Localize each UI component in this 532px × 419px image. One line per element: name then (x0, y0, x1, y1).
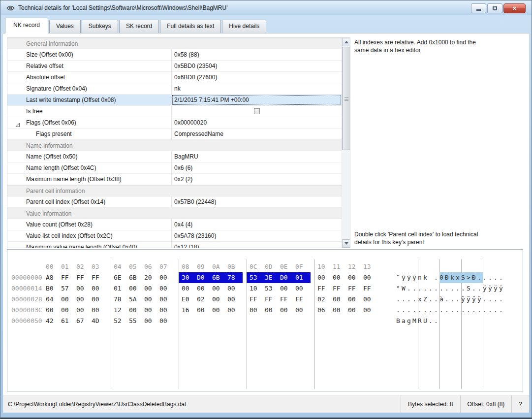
tab-hive-details[interactable]: Hive details (222, 20, 266, 33)
hex-byte[interactable]: 01 (114, 283, 129, 294)
scroll-up-button[interactable] (342, 38, 350, 46)
hex-byte[interactable]: 78 (227, 272, 243, 283)
grid-row[interactable]: Absolute offset0x6BD0 (27600) (7, 72, 342, 83)
expander-icon[interactable] (15, 120, 20, 128)
hex-byte[interactable]: 00 (159, 272, 175, 283)
ascii-group[interactable]: .... (461, 305, 483, 316)
hex-byte[interactable]: 00 (129, 305, 144, 316)
hex-byte[interactable]: 00 (144, 305, 159, 316)
hex-byte[interactable]: 42 (46, 316, 61, 326)
hex-byte[interactable]: 53 (250, 272, 265, 283)
hex-byte[interactable]: 6E (114, 272, 129, 283)
tab-nk-record[interactable]: NK record (5, 18, 48, 33)
hex-byte[interactable]: 00 (61, 305, 76, 316)
hex-byte[interactable]: 00 (92, 305, 107, 316)
hex-byte[interactable]: FF (250, 294, 265, 305)
ascii-group[interactable]: .... (396, 305, 418, 316)
hex-byte[interactable]: FF (317, 283, 333, 294)
hex-byte[interactable]: FF (333, 283, 348, 294)
ascii-group[interactable]: ÿÿÿÿ (483, 283, 504, 294)
hex-byte[interactable]: 02 (197, 294, 212, 305)
ascii-group[interactable]: RU.. (418, 316, 439, 326)
hex-byte[interactable]: 00 (295, 305, 311, 316)
hex-byte[interactable]: 00 (212, 294, 227, 305)
ascii-group[interactable]: ÿÿÿÿ (461, 294, 483, 305)
hex-byte[interactable]: 00 (144, 316, 159, 326)
hex-byte[interactable]: B0 (46, 283, 61, 294)
hex-byte[interactable]: 6B (129, 272, 144, 283)
hex-byte[interactable]: 16 (182, 305, 197, 316)
hex-byte[interactable]: 00 (92, 283, 107, 294)
hex-byte[interactable]: 00 (197, 305, 212, 316)
hex-byte[interactable]: 00 (197, 283, 212, 294)
hex-byte[interactable]: 00 (144, 283, 159, 294)
hex-byte[interactable]: FF (295, 294, 311, 305)
grid-row[interactable]: Maximum name length (Offset 0x38)0x2 (2) (7, 174, 342, 185)
hex-byte[interactable]: 00 (46, 305, 61, 316)
hex-byte[interactable]: FF (280, 294, 295, 305)
ascii-group[interactable]: °W.. (396, 283, 418, 294)
hex-byte[interactable]: 01 (295, 272, 311, 283)
hex-byte[interactable]: 00 (61, 294, 76, 305)
hex-byte[interactable]: 00 (159, 294, 175, 305)
hex-byte[interactable]: 00 (333, 272, 348, 283)
hex-byte[interactable]: 00 (227, 283, 243, 294)
grid-row[interactable]: Maximum value name length (Offset 0x40)0… (7, 242, 342, 248)
scroll-thumb[interactable] (342, 47, 350, 150)
hex-byte[interactable]: 67 (76, 316, 92, 326)
tab-full-details-as-text[interactable]: Full details as text (160, 20, 221, 33)
hex-byte[interactable]: 61 (61, 316, 76, 326)
grid-row[interactable]: Last write timestamp (Offset 0x08)2/1/20… (7, 95, 342, 106)
hex-byte[interactable]: 78 (114, 294, 129, 305)
hex-byte[interactable]: 6B (212, 272, 227, 283)
grid-scrollbar[interactable] (342, 38, 350, 248)
hex-byte[interactable]: 00 (227, 305, 243, 316)
grid-row[interactable]: Size (Offset 0x00)0x58 (88) (7, 49, 342, 61)
hex-byte[interactable]: 00 (333, 305, 348, 316)
hex-byte[interactable]: D0 (280, 272, 295, 283)
hex-byte[interactable]: 00 (265, 305, 280, 316)
hex-byte[interactable]: 00 (363, 294, 378, 305)
ascii-group[interactable]: xZ.. (418, 294, 439, 305)
is-free-checkbox[interactable] (254, 108, 260, 114)
hex-byte[interactable]: FF (265, 294, 280, 305)
ascii-group[interactable]: à... (439, 294, 461, 305)
maximize-button[interactable] (487, 3, 502, 13)
ascii-group-selected[interactable]: S>Ð. (461, 272, 483, 283)
ascii-group[interactable]: .... (439, 283, 461, 294)
hex-byte[interactable]: 4D (92, 316, 107, 326)
hex-byte[interactable]: 00 (159, 305, 175, 316)
hex-byte[interactable]: 00 (317, 272, 333, 283)
grid-row[interactable]: Is free (7, 106, 342, 117)
grid-row[interactable]: Name (Offset 0x50)BagMRU (7, 151, 342, 162)
hex-byte[interactable]: 00 (76, 283, 92, 294)
hex-byte[interactable]: 10 (250, 283, 265, 294)
minimize-button[interactable] (471, 3, 486, 13)
tab-subkeys[interactable]: Subkeys (82, 20, 118, 33)
hex-byte[interactable]: FF (61, 272, 76, 283)
ascii-group[interactable]: nk . (418, 272, 439, 283)
grid-row[interactable]: Parent cell index (Offset 0x14)0x57B0 (2… (7, 196, 342, 208)
hex-byte[interactable]: 3E (265, 272, 280, 283)
tab-values[interactable]: Values (49, 20, 81, 33)
hex-byte[interactable]: 00 (363, 305, 378, 316)
hex-byte[interactable]: 00 (129, 283, 144, 294)
hex-byte[interactable]: 00 (295, 283, 311, 294)
hex-byte[interactable]: 00 (92, 294, 107, 305)
ascii-group[interactable]: .S.. (461, 283, 483, 294)
hex-byte[interactable]: 00 (333, 294, 348, 305)
ascii-group[interactable]: .... (439, 305, 461, 316)
hex-byte[interactable]: 5A (129, 294, 144, 305)
hex-byte[interactable]: 00 (212, 283, 227, 294)
ascii-group[interactable]: .... (483, 305, 504, 316)
hex-byte[interactable]: 02 (317, 294, 333, 305)
hex-byte[interactable]: 00 (348, 305, 363, 316)
hex-byte[interactable]: 00 (363, 272, 378, 283)
hex-byte[interactable]: 20 (144, 272, 159, 283)
ascii-group[interactable]: .... (483, 294, 504, 305)
grid-row[interactable]: Flags (Offset 0x06)0x00000020 (7, 117, 342, 129)
ascii-group[interactable]: ¨ÿÿÿ (396, 272, 418, 283)
ascii-group[interactable]: .... (396, 294, 418, 305)
hex-byte[interactable]: 00 (212, 305, 227, 316)
ascii-group[interactable]: BagM (396, 316, 418, 326)
